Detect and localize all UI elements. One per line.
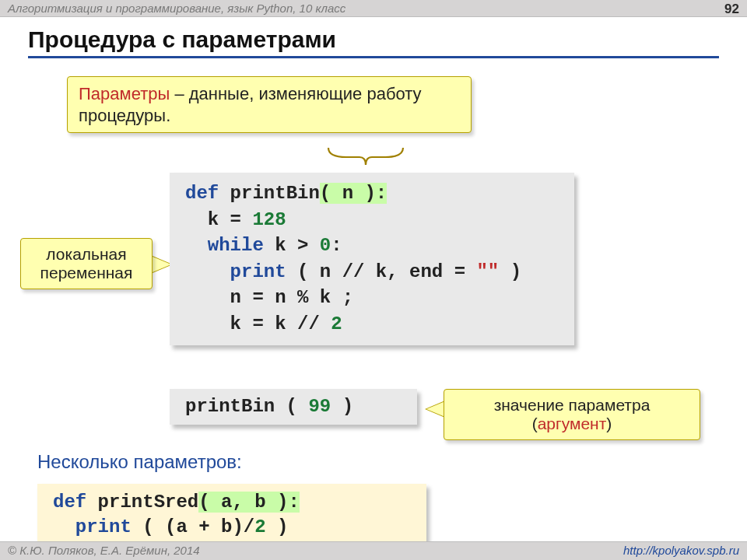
callout-parameters: Параметры – данные, изменяющие работу пр… (67, 76, 472, 133)
footer-copyright: © К.Ю. Поляков, Е.А. Ерёмин, 2014 (8, 544, 200, 557)
callout-local-l2: переменная (40, 264, 133, 282)
page-title: Процедура с параметрами (28, 26, 719, 58)
breadcrumb: Алгоритмизация и программирование, язык … (8, 2, 345, 15)
brace-icon (327, 146, 405, 166)
callout-pointer-icon (153, 257, 171, 272)
page-number: 92 (724, 2, 739, 17)
callout-local-variable: локальная переменная (20, 238, 153, 289)
code-block-call: printBin ( 99 ) (170, 389, 417, 425)
callout-argument-paren-open: ( (532, 415, 538, 432)
subheading-multi-params: Несколько параметров: (37, 451, 242, 473)
code-block-main: def printBin( n ): k = 128 while k > 0: … (170, 173, 574, 345)
callout-argument: значение параметра (аргумент) (444, 389, 700, 440)
callout-argument-highlight: аргумент (538, 415, 607, 432)
footer-bar: © К.Ю. Поляков, Е.А. Ерёмин, 2014 http:/… (0, 541, 747, 560)
callout-argument-paren-close: ) (606, 415, 612, 432)
callout-pointer-icon (426, 401, 445, 417)
callout-local-l1: локальная (46, 245, 126, 263)
callout-parameters-highlight: Параметры (79, 84, 170, 103)
code-block-multi-params: def printSred( a, b ): print ( (a + b)/2… (37, 484, 426, 548)
top-bar: Алгоритмизация и программирование, язык … (0, 0, 747, 17)
footer-url: http://kpolyakov.spb.ru (623, 544, 739, 557)
callout-argument-l1: значение параметра (494, 396, 651, 414)
